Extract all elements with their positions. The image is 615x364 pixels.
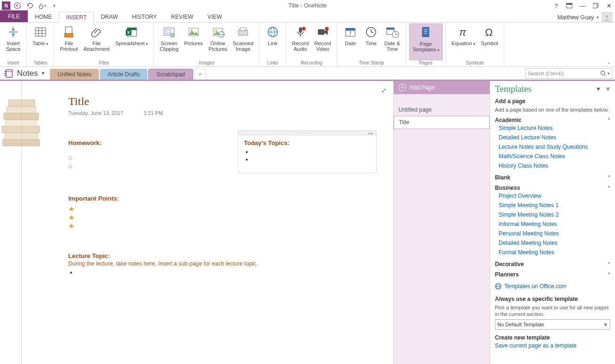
ribbon-page-templates-button[interactable]: PageTemplates ▾	[409, 24, 443, 60]
tab-view[interactable]: VIEW	[201, 11, 229, 22]
ribbon-insert-space-button[interactable]: InsertSpace	[3, 24, 24, 60]
pane-menu-chevron-icon[interactable]: ▼	[596, 86, 601, 92]
collapse-ribbon-icon[interactable]: ˄	[607, 62, 610, 362]
ribbon-label: FilePrintout	[60, 40, 78, 52]
default-template-dropdown[interactable]: No Default Template ▼	[495, 319, 610, 330]
category-label: Blank	[495, 174, 510, 181]
todays-topics-heading[interactable]: Today's Topics:	[244, 139, 371, 146]
category-academic[interactable]: Academic˄	[495, 117, 610, 123]
full-page-view-icon[interactable]	[565, 1, 574, 10]
page-title[interactable]: Title	[68, 95, 89, 108]
templates-office-link[interactable]: Templates on Office.com	[504, 282, 566, 291]
page-time[interactable]: 1:21 PM	[144, 110, 163, 116]
ribbon-record-video-button[interactable]: RecordVideo	[312, 24, 334, 60]
lecture-topic-heading[interactable]: Lecture Topic:	[68, 252, 332, 259]
template-link[interactable]: Simple Lecture Notes	[495, 123, 610, 133]
add-section-button[interactable]: +	[194, 69, 206, 80]
todo-house-icon[interactable]: ⌂	[68, 153, 102, 162]
ribbon-scanned-image-button[interactable]: ScannedImage	[230, 24, 256, 60]
template-link[interactable]: Personal Meeting Notes	[495, 229, 610, 238]
user-menu-chevron-icon[interactable]: ▾	[597, 15, 599, 20]
undo-icon[interactable]	[24, 1, 35, 10]
category-business[interactable]: Business˄	[495, 185, 610, 191]
svg-text:π: π	[459, 26, 467, 38]
ribbon-symbol-button[interactable]: ΩSymbol	[478, 24, 501, 60]
save-template-link[interactable]: Save current page as a template	[495, 341, 610, 350]
ribbon-screen-clipping-button[interactable]: +ScreenClipping	[157, 24, 181, 60]
back-icon[interactable]	[12, 1, 23, 10]
tab-insert[interactable]: INSERT	[59, 12, 94, 23]
section-tab-scratchpad[interactable]: Scratchpad	[148, 69, 193, 80]
template-link[interactable]: Simple Meeting Notes 1	[495, 201, 610, 210]
tab-review[interactable]: REVIEW	[164, 11, 200, 22]
category-planners[interactable]: Planners˅	[495, 271, 610, 278]
help-icon[interactable]: ?	[552, 1, 560, 10]
template-link[interactable]: Lecture Notes and Study Questions	[495, 142, 610, 152]
template-link[interactable]: Detailed Lecture Notes	[495, 133, 610, 142]
ribbon-pictures-button[interactable]: Pictures	[181, 24, 206, 60]
template-link[interactable]: History Class Notes	[495, 161, 610, 170]
ribbon-record-audio-button[interactable]: RecordAudio	[289, 24, 311, 60]
resize-grip-icon[interactable]: ◂▸	[368, 131, 374, 136]
important-points-heading[interactable]: Important Points:	[68, 195, 119, 202]
ribbon-table-button[interactable]: Table ▾	[30, 24, 51, 60]
todo-house-icon[interactable]: ⌂	[68, 162, 102, 170]
ribbon-label: Equation ▾	[452, 40, 475, 47]
user-name[interactable]: Matthew Guay	[558, 14, 594, 21]
lecture-topic-body[interactable]: During the lecture, take notes here. Ins…	[68, 260, 332, 267]
ribbon-online-pictures-button[interactable]: OnlinePictures	[206, 24, 230, 60]
avatar[interactable]	[602, 12, 612, 23]
bullet-item[interactable]	[77, 269, 332, 275]
homework-heading[interactable]: Homework:	[68, 139, 102, 146]
ribbon-time-button[interactable]: Time	[361, 24, 381, 60]
template-link[interactable]: Informal Meeting Notes	[495, 219, 610, 229]
ribbon-group-label: Insert	[3, 60, 24, 66]
ribbon-file-attachment-button[interactable]: FileAttachment	[81, 24, 113, 60]
container-handle[interactable]: ┄┄┄┄◂▸	[238, 131, 376, 136]
tab-draw[interactable]: DRAW	[94, 11, 125, 22]
template-link[interactable]: Project Overview	[495, 191, 610, 201]
section-tab-drafts[interactable]: Article Drafts	[100, 69, 147, 80]
bullet-item[interactable]	[252, 156, 371, 162]
qat-customize-icon[interactable]: ▾	[49, 1, 59, 10]
page-canvas[interactable]: ⤢ Title Tuesday, June 13, 2017 1:21 PM H…	[0, 81, 393, 364]
add-page-button[interactable]: + Add Page	[394, 81, 490, 94]
category-blank[interactable]: Blank˅	[495, 174, 610, 181]
search-input[interactable]: Search (Ctrl+E) ▾	[526, 68, 612, 79]
ribbon-date-time-button[interactable]: Date &Time	[381, 24, 403, 60]
note-container[interactable]: ┄┄┄┄◂▸ Today's Topics:	[238, 130, 377, 173]
expand-icon[interactable]: ⤢	[381, 87, 387, 94]
page-item-untitled[interactable]: Untitled page	[394, 104, 490, 116]
dropdown-value: No Default Template	[497, 322, 544, 327]
star-icon[interactable]: ★	[68, 213, 119, 222]
page-date[interactable]: Tuesday, June 13, 2017	[68, 110, 123, 116]
ribbon-tabstrip: FILE HOME INSERT DRAW HISTORY REVIEW VIE…	[0, 11, 615, 23]
template-link[interactable]: Simple Meeting Notes 2	[495, 210, 610, 219]
ribbon-file-printout-button[interactable]: FilePrintout	[57, 24, 81, 60]
notebook-picker[interactable]: Notes ▼	[0, 67, 50, 80]
star-icon[interactable]: ★	[68, 222, 119, 230]
minimize-icon[interactable]: —	[578, 1, 587, 10]
category-decorative[interactable]: Decorative˅	[495, 261, 610, 267]
ribbon-equation-button[interactable]: πEquation ▾	[449, 24, 478, 60]
tab-file[interactable]: FILE	[0, 10, 28, 22]
tab-history[interactable]: HISTORY	[125, 11, 164, 22]
ribbon-group-label: Tables	[30, 60, 51, 66]
restore-icon[interactable]	[591, 1, 600, 10]
close-icon[interactable]: ✕	[605, 1, 613, 10]
ribbon-date-button[interactable]: 7Date	[340, 24, 361, 60]
tab-home[interactable]: HOME	[28, 11, 59, 22]
section-label: Article Drafts	[107, 71, 140, 78]
record-icon	[315, 24, 330, 40]
spreadsheet-icon: X	[124, 24, 139, 40]
template-link[interactable]: Formal Meeting Notes	[495, 248, 610, 257]
page-item-title[interactable]: Title	[394, 116, 490, 129]
template-link[interactable]: Math/Science Class Notes	[495, 152, 610, 161]
touch-mode-icon[interactable]: ▾	[37, 1, 47, 10]
section-tab-unfiled[interactable]: Unfiled Notes	[50, 69, 99, 80]
bullet-item[interactable]	[252, 148, 371, 155]
star-icon[interactable]: ★	[68, 205, 119, 213]
template-link[interactable]: Detailed Meeting Notes	[495, 238, 610, 248]
ribbon-spreadsheet-button[interactable]: XSpreadsheet ▾	[113, 24, 151, 60]
ribbon-link-button[interactable]: Link	[262, 24, 283, 60]
